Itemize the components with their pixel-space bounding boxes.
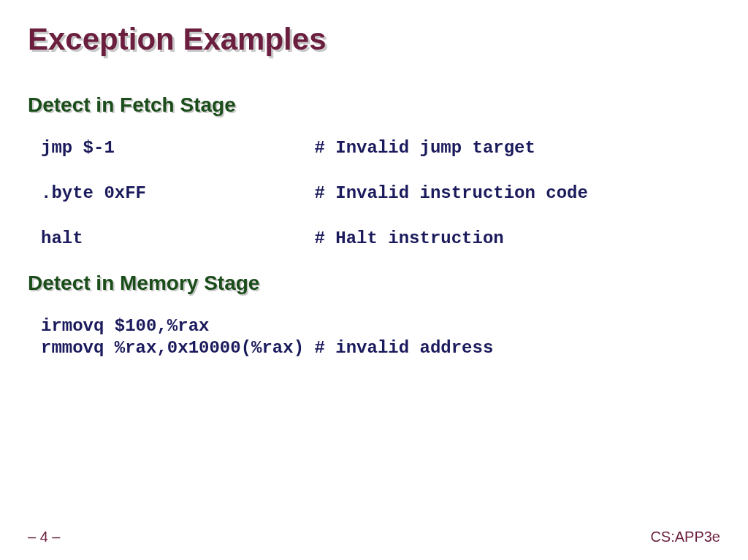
- code-block-fetch: jmp $-1 # Invalid jump target .byte 0xFF…: [28, 137, 720, 250]
- slide-footer: – 4 – CS:APP3e: [0, 529, 748, 545]
- code-line: .byte 0xFF # Invalid instruction code: [41, 183, 720, 204]
- code-group: halt # Halt instruction: [41, 228, 720, 250]
- code-group: .byte 0xFF # Invalid instruction code: [41, 183, 720, 204]
- section-header-memory: Detect in Memory Stage: [28, 272, 720, 295]
- code-line: irmovq $100,%rax: [41, 315, 720, 337]
- code-group: jmp $-1 # Invalid jump target: [41, 137, 720, 159]
- page-number: – 4 –: [28, 529, 60, 545]
- code-group: irmovq $100,%rax rmmovq %rax,0x10000(%ra…: [41, 315, 720, 359]
- book-label: CS:APP3e: [650, 529, 720, 545]
- section-header-fetch: Detect in Fetch Stage: [28, 93, 720, 117]
- slide-title: Exception Examples: [28, 22, 720, 57]
- code-line: jmp $-1 # Invalid jump target: [41, 137, 720, 159]
- code-block-memory: irmovq $100,%rax rmmovq %rax,0x10000(%ra…: [28, 315, 720, 359]
- code-line: rmmovq %rax,0x10000(%rax) # invalid addr…: [41, 337, 720, 359]
- code-line: halt # Halt instruction: [41, 228, 720, 250]
